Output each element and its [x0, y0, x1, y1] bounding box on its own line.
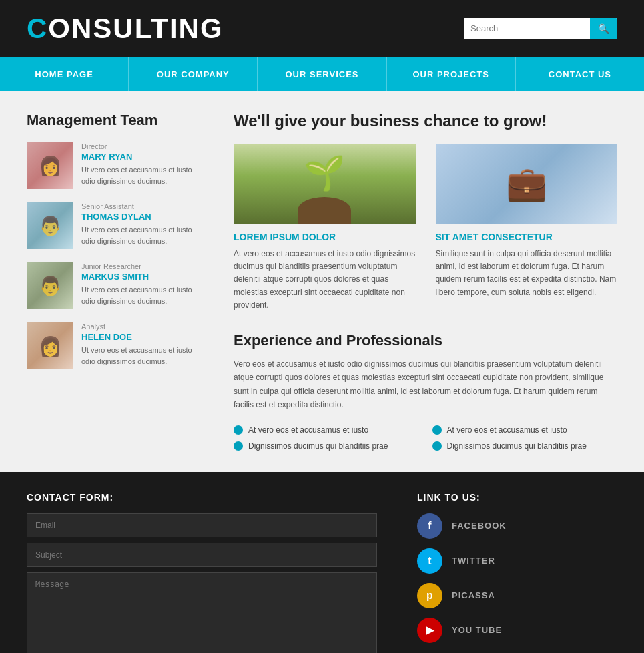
bullet-text: At vero eos et accusamus et iusto	[248, 424, 368, 436]
logo: CONSULTING	[27, 13, 224, 45]
avatar: 👩	[27, 142, 73, 189]
feature-grid: LOREM IPSUM DOLOR At vero eos et accusam…	[234, 144, 617, 312]
main-nav: HOME PAGE OUR COMPANY OUR SERVICES OUR P…	[0, 57, 644, 91]
nav-our-services[interactable]: OUR SERVICES	[258, 57, 386, 91]
avatar: 👩	[27, 322, 73, 369]
bullet-icon	[234, 425, 243, 435]
member-desc: Ut vero eos et accusamus et iusto odio d…	[81, 224, 207, 246]
footer: CONTACT FORM: LINK TO US: f FACEBOOK t T…	[0, 472, 644, 654]
picasa-icon: p	[417, 583, 442, 608]
management-title: Management Team	[27, 112, 207, 129]
member-info: Senior Assistant THOMAS DYLAN Ut vero eo…	[81, 202, 207, 246]
list-item: Dignissimos ducimus qui blanditiis prae	[432, 440, 618, 452]
feature-subtitle: SIT AMET CONSECTETUR	[436, 232, 618, 242]
member-info: Director MARY RYAN Ut vero eos et accusa…	[81, 142, 207, 186]
nav-contact-us[interactable]: CONTACT US	[516, 57, 644, 91]
management-team-section: Management Team 👩 Director MARY RYAN Ut …	[27, 112, 207, 452]
avatar-icon: 👨	[27, 262, 73, 309]
avatar-icon: 👩	[27, 142, 73, 189]
nav-our-company[interactable]: OUR COMPANY	[129, 57, 258, 91]
list-item: At vero eos et accusamus et iusto	[432, 424, 618, 436]
team-member: 👩 Analyst HELEN DOE Ut vero eos et accus…	[27, 322, 207, 369]
contact-form-section: CONTACT FORM:	[27, 492, 377, 654]
avatar: 👨	[27, 202, 73, 249]
member-role: Analyst	[81, 322, 207, 331]
social-picasa[interactable]: p PICASSA	[417, 583, 617, 608]
header: CONSULTING 🔍	[0, 0, 644, 57]
experience-title: Experience and Professionals	[234, 332, 617, 349]
feature-item: LOREM IPSUM DOLOR At vero eos et accusam…	[234, 144, 416, 312]
social-youtube[interactable]: ▶ YOU TUBE	[417, 618, 617, 643]
main-content: Management Team 👩 Director MARY RYAN Ut …	[0, 91, 644, 472]
feature-image-plant	[234, 144, 416, 224]
social-twitter[interactable]: t TWITTER	[417, 548, 617, 574]
bullet-list: At vero eos et accusamus et iusto At ver…	[234, 424, 617, 452]
team-member: 👩 Director MARY RYAN Ut vero eos et accu…	[27, 142, 207, 189]
email-field[interactable]	[27, 513, 377, 537]
youtube-label: YOU TUBE	[452, 625, 502, 635]
bullet-icon	[234, 441, 243, 451]
message-field[interactable]	[27, 572, 377, 654]
nav-homepage[interactable]: HOME PAGE	[0, 57, 129, 91]
member-info: Analyst HELEN DOE Ut vero eos et accusam…	[81, 322, 207, 367]
member-role: Junior Researcher	[81, 262, 207, 270]
link-to-us-title: LINK TO US:	[417, 492, 617, 503]
team-member: 👨 Junior Researcher MARKUS SMITH Ut vero…	[27, 262, 207, 309]
hero-title: We'll give your business chance to grow!	[234, 112, 617, 130]
bullet-icon	[432, 441, 442, 451]
member-name: HELEN DOE	[81, 332, 207, 342]
contact-form-title: CONTACT FORM:	[27, 492, 377, 503]
bullet-text: Dignissimos ducimus qui blanditiis prae	[447, 440, 587, 452]
picasa-label: PICASSA	[452, 590, 495, 600]
subject-field[interactable]	[27, 543, 377, 567]
bullet-icon	[432, 425, 442, 435]
search-bar: 🔍	[464, 18, 617, 39]
member-desc: Ut vero eos et accusamus et iusto odio d…	[81, 284, 207, 306]
member-desc: Ut vero eos et accusamus et iusto odio d…	[81, 164, 207, 186]
search-input[interactable]	[464, 18, 590, 39]
member-name: MARKUS SMITH	[81, 272, 207, 282]
avatar-icon: 👩	[27, 322, 73, 369]
facebook-label: FACEBOOK	[452, 521, 507, 531]
feature-text: Similique sunt in culpa qui officia dese…	[436, 248, 618, 299]
social-links-section: LINK TO US: f FACEBOOK t TWITTER p PICAS…	[417, 492, 617, 654]
member-role: Senior Assistant	[81, 202, 207, 210]
feature-item: 💼 SIT AMET CONSECTETUR Similique sunt in…	[436, 144, 618, 312]
person-illustration: 💼	[436, 144, 618, 224]
twitter-icon: t	[417, 548, 442, 574]
team-member: 👨 Senior Assistant THOMAS DYLAN Ut vero …	[27, 202, 207, 249]
bullet-text: Dignissimos ducimus qui blanditiis prae	[248, 440, 388, 452]
right-column: We'll give your business chance to grow!…	[234, 112, 617, 452]
experience-text: Vero eos et accusamus et iusto odio dign…	[234, 357, 617, 412]
feature-image-person: 💼	[436, 144, 618, 224]
youtube-icon: ▶	[417, 618, 442, 643]
logo-accent: C	[27, 13, 48, 44]
feature-text: At vero eos et accusamus et iusto odio d…	[234, 248, 416, 312]
avatar: 👨	[27, 262, 73, 309]
list-item: At vero eos et accusamus et iusto	[234, 424, 419, 436]
logo-text: ONSULTING	[48, 13, 223, 44]
search-button[interactable]: 🔍	[590, 18, 617, 39]
plant-illustration	[234, 144, 416, 224]
twitter-label: TWITTER	[452, 556, 495, 566]
member-desc: Ut vero eos et accusamus et iusto odio d…	[81, 345, 207, 367]
nav-our-projects[interactable]: OUR PROJECTS	[387, 57, 516, 91]
list-item: Dignissimos ducimus qui blanditiis prae	[234, 440, 419, 452]
member-name: THOMAS DYLAN	[81, 212, 207, 222]
member-role: Director	[81, 142, 207, 150]
member-name: MARY RYAN	[81, 152, 207, 162]
bullet-text: At vero eos et accusamus et iusto	[447, 424, 567, 436]
avatar-icon: 👨	[27, 202, 73, 249]
member-info: Junior Researcher MARKUS SMITH Ut vero e…	[81, 262, 207, 306]
facebook-icon: f	[417, 513, 442, 539]
feature-subtitle: LOREM IPSUM DOLOR	[234, 232, 416, 242]
social-facebook[interactable]: f FACEBOOK	[417, 513, 617, 539]
